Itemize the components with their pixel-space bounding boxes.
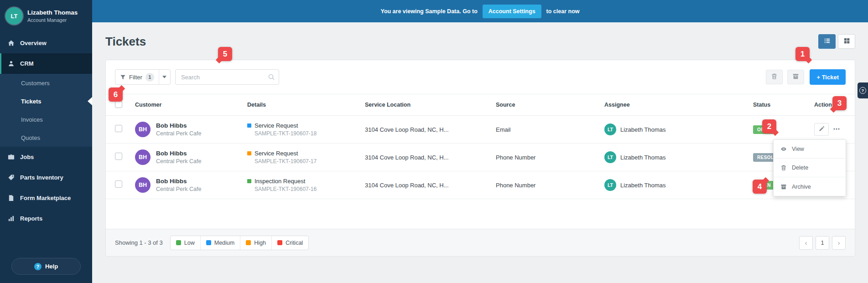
list-view-button[interactable] [818, 34, 836, 49]
priority-swatch [247, 123, 251, 128]
archive-tickets-button[interactable] [787, 70, 804, 84]
sidebar-item-crm[interactable]: CRM [0, 53, 92, 74]
user-name: Lizabeth Thomas [27, 9, 78, 16]
user-profile[interactable]: LT Lizabeth Thomas Account Manager [0, 0, 92, 33]
help-button[interactable]: ? Help [11, 258, 81, 275]
service-location: 3104 Cove Loop Road, NC, H... [365, 154, 496, 161]
sidebar-item-tickets[interactable]: Tickets [0, 92, 92, 110]
sidebar-item-reports[interactable]: Reports [0, 208, 92, 229]
sidebar-item-invoices[interactable]: Invoices [0, 110, 92, 129]
table-row[interactable]: BH Bob Hibbs Central Perk Cafe Service R… [106, 116, 855, 144]
menu-item-delete[interactable]: Delete [774, 159, 846, 177]
sidebar-item-quotes[interactable]: Quotes [0, 129, 92, 147]
ellipsis-icon [833, 125, 840, 134]
edit-ticket-button[interactable] [814, 123, 829, 136]
crm-subnav: Customers Tickets Invoices Quotes [0, 74, 92, 147]
customer-company: Central Perk Cafe [156, 130, 201, 137]
sidebar-item-customers[interactable]: Customers [0, 74, 92, 92]
home-icon [7, 40, 15, 47]
column-header-details[interactable]: Details [247, 102, 365, 108]
column-header-customer[interactable]: Customer [135, 102, 247, 108]
legend-item-medium: Medium [200, 236, 240, 250]
banner-message-prefix: You are viewing Sample Data. Go to [380, 8, 477, 15]
customer-name: Bob Hibbs [156, 178, 201, 185]
source: Email [496, 126, 604, 133]
column-header-status[interactable]: Status [753, 102, 808, 108]
account-settings-button[interactable]: Account Settings [483, 5, 541, 18]
customer-company: Central Perk Cafe [156, 158, 201, 165]
sidebar-item-label: Invoices [21, 116, 43, 123]
search-input[interactable] [175, 69, 279, 85]
question-circle-icon: ? [859, 87, 866, 94]
sidebar-item-form-marketplace[interactable]: Form Marketplace [0, 188, 92, 208]
sidebar-item-overview[interactable]: Overview [0, 33, 92, 53]
sidebar-item-jobs[interactable]: Jobs [0, 147, 92, 167]
column-header-service-location[interactable]: Service Location [365, 102, 496, 108]
sidebar-item-label: Quotes [21, 134, 40, 141]
callout-badge-1: 1 [795, 47, 810, 61]
callout-badge-5: 5 [218, 47, 232, 61]
legend-item-high: High [240, 236, 271, 250]
more-actions-button[interactable] [833, 125, 840, 134]
table-empty-space [106, 199, 855, 229]
row-checkbox[interactable] [115, 180, 122, 188]
row-checkbox[interactable] [115, 125, 122, 132]
next-page-button[interactable]: › [832, 236, 846, 250]
help-tab[interactable]: ? [858, 82, 868, 98]
sidebar-item-label: Customers [21, 80, 50, 87]
profile-text: Lizabeth Thomas Account Manager [27, 9, 78, 23]
ticket-id: SAMPLE-TKT-190607-17 [247, 158, 365, 165]
menu-item-view[interactable]: View [774, 140, 846, 159]
selected-arrow-icon [88, 97, 92, 105]
menu-item-archive[interactable]: Archive [774, 177, 846, 196]
funnel-icon [120, 74, 126, 80]
customer-avatar: BH [135, 149, 151, 165]
assignee-avatar: LT [604, 151, 616, 163]
main-area: You are viewing Sample Data. Go to Accou… [92, 0, 868, 283]
bar-chart-icon [7, 215, 15, 222]
sidebar-item-label: CRM [20, 60, 34, 67]
legend-item-low: Low [171, 236, 200, 250]
customer-name: Bob Hibbs [156, 150, 201, 157]
showing-count: Showing 1 - 3 of 3 [115, 239, 163, 246]
filter-button[interactable]: Filter 1 [115, 69, 171, 85]
menu-item-label: View [792, 146, 804, 152]
column-header-assignee[interactable]: Assignee [604, 102, 753, 108]
callout-badge-4: 4 [753, 180, 767, 194]
grid-view-button[interactable] [838, 34, 855, 49]
page-title: Tickets [105, 35, 146, 49]
row-checkbox[interactable] [115, 153, 122, 160]
view-toggles [818, 34, 855, 49]
table-row[interactable]: BH Bob Hibbs Central Perk Cafe Inspectio… [106, 171, 855, 199]
table-row[interactable]: BH Bob Hibbs Central Perk Cafe Service R… [106, 144, 855, 171]
assignee-name: Lizabeth Thomas [620, 182, 666, 189]
page-number-button[interactable]: 1 [816, 236, 829, 250]
app-root: LT Lizabeth Thomas Account Manager Overv… [0, 0, 868, 283]
priority-legend: Low Medium High Critical [170, 236, 309, 250]
legend-label: Low [184, 240, 195, 246]
pagination: ‹ 1 › [799, 236, 846, 250]
sidebar-item-label: Overview [20, 40, 47, 46]
delete-tickets-button[interactable] [766, 70, 783, 84]
chevron-down-icon[interactable] [159, 70, 170, 84]
sidebar-nav: Overview CRM Customers Tickets Invoices [0, 33, 92, 229]
sidebar-item-parts-inventory[interactable]: Parts Inventory [0, 167, 92, 188]
assignee-name: Lizabeth Thomas [620, 126, 666, 133]
search-box [175, 69, 279, 85]
customer-name: Bob Hibbs [156, 122, 201, 129]
tickets-card: Filter 1 [105, 60, 855, 257]
crm-icon [7, 60, 15, 67]
help-label: Help [45, 263, 58, 270]
list-view-icon [824, 37, 831, 46]
service-location: 3104 Cove Loop Road, NC, H... [365, 182, 496, 189]
ticket-id: SAMPLE-TKT-190607-18 [247, 130, 365, 137]
document-icon [7, 195, 15, 202]
add-ticket-button[interactable]: + Ticket [810, 69, 846, 85]
prev-page-button[interactable]: ‹ [799, 236, 813, 250]
column-header-source[interactable]: Source [496, 102, 604, 108]
detail-type: Service Request [255, 150, 298, 157]
callout-badge-3: 3 [832, 96, 847, 110]
avatar: LT [5, 7, 23, 25]
tickets-toolbar: Filter 1 [106, 60, 855, 94]
sidebar-item-label: Parts Inventory [20, 174, 63, 181]
